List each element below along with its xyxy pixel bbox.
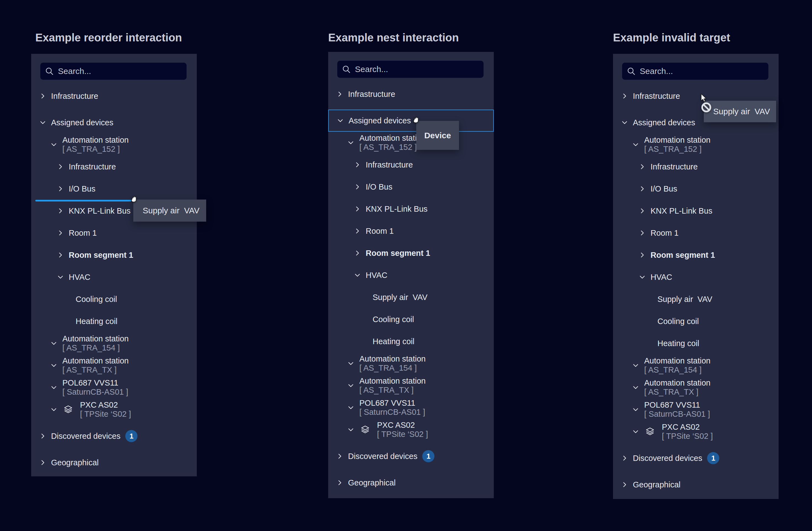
chevron-down-icon[interactable] <box>50 141 57 148</box>
tree-item-infrastructure[interactable]: Infrastructure <box>31 156 197 178</box>
chevron-down-icon[interactable] <box>354 272 361 278</box>
tree-item-automation-station[interactable]: Automation station [ AS_TRA_TX ] <box>31 354 197 376</box>
layers-icon <box>63 405 73 415</box>
chevron-right-icon[interactable] <box>354 184 361 190</box>
chevron-right-icon[interactable] <box>40 433 46 440</box>
tree-item-knx-pl-link-bus[interactable]: KNX PL-Link Bus <box>613 200 779 222</box>
chevron-right-icon[interactable] <box>57 230 64 236</box>
tree-item-pxc-as02[interactable]: PXC AS02 [ TPSite ‘S02 ] <box>328 419 494 441</box>
tree-item-room-1[interactable]: Room 1 <box>31 222 197 244</box>
chevron-right-icon[interactable] <box>621 93 628 99</box>
tree-item-supply-air-vav[interactable]: Supply air VAV <box>328 286 494 308</box>
chevron-right-icon[interactable] <box>354 228 361 234</box>
tree-item-automation-station[interactable]: Automation station [ AS_TRA_154 ] <box>328 353 494 374</box>
tree-item-automation-station[interactable]: Automation station [ AS_TRA_TX ] <box>613 376 779 399</box>
tree-item-pol687-vvs11[interactable]: POL687 VVS11 [ SaturnCB-AS01 ] <box>613 399 779 421</box>
chevron-right-icon[interactable] <box>621 455 628 461</box>
tree-item-room-segment-1[interactable]: Room segment 1 <box>613 244 779 266</box>
tree-item-hvac[interactable]: HVAC <box>31 266 197 288</box>
chevron-down-icon[interactable] <box>632 141 639 148</box>
chevron-right-icon[interactable] <box>40 459 46 466</box>
chevron-right-icon[interactable] <box>57 252 64 258</box>
tree-item-room-1[interactable]: Room 1 <box>613 222 779 244</box>
tree-item-hvac[interactable]: HVAC <box>328 264 494 286</box>
chevron-right-icon[interactable] <box>336 479 343 486</box>
tree-item-knx-pl-link-bus[interactable]: KNX PL-Link Bus <box>328 198 494 220</box>
tree-item-infrastructure[interactable]: Infrastructure <box>31 85 197 107</box>
chevron-right-icon[interactable] <box>40 93 46 99</box>
tree-item-assigned-devices[interactable]: Assigned devices <box>328 110 494 132</box>
chevron-right-icon[interactable] <box>639 230 646 236</box>
chevron-down-icon[interactable] <box>632 406 639 413</box>
chevron-right-icon[interactable] <box>57 207 64 214</box>
tree-item-supply-air-vav[interactable]: Supply air VAV <box>613 288 779 310</box>
tree-item-heating-coil[interactable]: Heating coil <box>328 330 494 353</box>
chevron-right-icon[interactable] <box>639 252 646 258</box>
chevron-right-icon[interactable] <box>639 207 646 214</box>
tree-item-geographical[interactable]: Geographical <box>613 474 779 496</box>
chevron-down-icon[interactable] <box>50 384 57 391</box>
tree-item-cooling-coil[interactable]: Cooling coil <box>613 310 779 332</box>
tree-item-automation-station[interactable]: Automation station [ AS_TRA_TX ] <box>328 374 494 397</box>
chevron-down-icon[interactable] <box>40 119 46 126</box>
tree-item-automation-station[interactable]: Automation station [ AS_TRA_152 ] <box>31 133 197 156</box>
tree-item-assigned-devices[interactable]: Assigned devices <box>613 112 779 133</box>
chevron-down-icon[interactable] <box>337 117 344 124</box>
chevron-down-icon[interactable] <box>50 406 57 413</box>
tree-item-geographical[interactable]: Geographical <box>328 472 494 494</box>
tree-item-assigned-devices[interactable]: Assigned devices <box>31 112 197 133</box>
tree-item-discovered-devices[interactable]: Discovered devices 1 <box>613 447 779 469</box>
tree-item-knx-pl-link-bus[interactable]: KNX PL-Link Bus <box>31 200 197 222</box>
tree-item-pol687-vvs11[interactable]: POL687 VVS11 [ SaturnCB-AS01 ] <box>328 397 494 419</box>
tree-item-infrastructure[interactable]: Infrastructure <box>613 156 779 178</box>
tree-item-room-segment-1[interactable]: Room segment 1 <box>328 242 494 264</box>
chevron-right-icon[interactable] <box>639 185 646 192</box>
tree-item-discovered-devices[interactable]: Discovered devices 1 <box>31 425 197 447</box>
tree-item-infrastructure[interactable]: Infrastructure <box>613 85 779 107</box>
tree-item-i-o-bus[interactable]: I/O Bus <box>328 176 494 198</box>
tree-item-cooling-coil[interactable]: Cooling coil <box>31 288 197 310</box>
chevron-right-icon[interactable] <box>354 250 361 256</box>
tree-item-automation-station[interactable]: Automation station [ AS_TRA_152 ] <box>613 133 779 156</box>
tree-item-infrastructure[interactable]: Infrastructure <box>328 83 494 105</box>
chevron-right-icon[interactable] <box>336 453 343 460</box>
tree-item-i-o-bus[interactable]: I/O Bus <box>31 178 197 200</box>
chevron-right-icon[interactable] <box>57 185 64 192</box>
chevron-down-icon[interactable] <box>621 119 628 126</box>
chevron-down-icon[interactable] <box>347 426 354 433</box>
chevron-down-icon[interactable] <box>347 360 354 367</box>
tree-item-heating-coil[interactable]: Heating coil <box>31 310 197 332</box>
chevron-down-icon[interactable] <box>639 274 646 281</box>
chevron-right-icon[interactable] <box>354 161 361 168</box>
tree-item-geographical[interactable]: Geographical <box>31 451 197 474</box>
chevron-right-icon[interactable] <box>354 206 361 212</box>
chevron-down-icon[interactable] <box>632 428 639 435</box>
tree-item-cooling-coil[interactable]: Cooling coil <box>328 308 494 330</box>
chevron-down-icon[interactable] <box>347 382 354 389</box>
tree-item-room-1[interactable]: Room 1 <box>328 220 494 242</box>
tree-item-discovered-devices[interactable]: Discovered devices 1 <box>328 445 494 467</box>
chevron-down-icon[interactable] <box>347 139 354 146</box>
tree-item-automation-station[interactable]: Automation station [ AS_TRA_154 ] <box>613 354 779 376</box>
chevron-down-icon[interactable] <box>632 384 639 391</box>
chevron-down-icon[interactable] <box>347 404 354 411</box>
tree-item-room-segment-1[interactable]: Room segment 1 <box>31 244 197 266</box>
chevron-down-icon[interactable] <box>632 362 639 369</box>
tree-item-pxc-as02[interactable]: PXC AS02 [ TPSite ‘S02 ] <box>613 421 779 443</box>
tree-item-infrastructure[interactable]: Infrastructure <box>328 154 494 176</box>
tree-item-automation-station[interactable]: Automation station [ AS_TRA_152 ] <box>328 132 494 154</box>
chevron-right-icon[interactable] <box>336 91 343 97</box>
chevron-right-icon[interactable] <box>621 481 628 488</box>
chevron-right-icon[interactable] <box>639 163 646 170</box>
tree-item-automation-station[interactable]: Automation station [ AS_TRA_154 ] <box>31 332 197 354</box>
tree-item-pxc-as02[interactable]: PXC AS02 [ TPSite ‘S02 ] <box>31 399 197 421</box>
chevron-down-icon[interactable] <box>50 362 57 369</box>
tree-item-label: Discovered devices <box>633 454 702 463</box>
chevron-right-icon[interactable] <box>57 163 64 170</box>
chevron-down-icon[interactable] <box>50 340 57 347</box>
tree-item-heating-coil[interactable]: Heating coil <box>613 332 779 354</box>
chevron-down-icon[interactable] <box>57 274 64 281</box>
tree-item-i-o-bus[interactable]: I/O Bus <box>613 178 779 200</box>
tree-item-pol687-vvs11[interactable]: POL687 VVS11 [ SaturnCB-AS01 ] <box>31 376 197 399</box>
tree-item-hvac[interactable]: HVAC <box>613 266 779 288</box>
